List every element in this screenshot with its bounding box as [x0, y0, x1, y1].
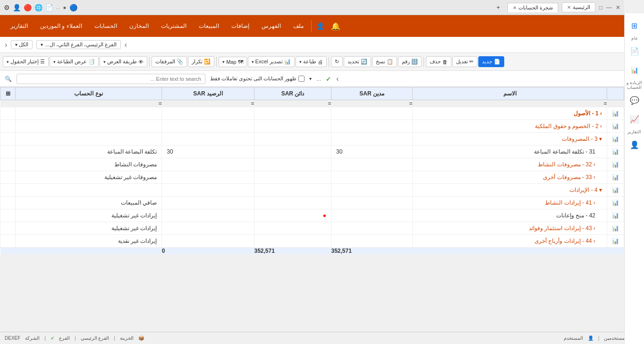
toolbar-repeat-btn[interactable]: 🔁 تكرار — [188, 56, 214, 67]
tab-accounts-close[interactable]: ✕ — [513, 5, 517, 10]
browser-tab-home[interactable]: الرئيسية ✕ — [562, 2, 595, 12]
expand-icon-2[interactable]: › — [600, 123, 602, 129]
search-save-icon[interactable]: ✓ — [326, 75, 331, 83]
table-row[interactable]: 📊 › 1 - الأصول — [0, 107, 624, 120]
toolbar-viewmethod-btn[interactable]: 👁 طريقة العرض ▾ — [100, 56, 147, 67]
toolbar-printview-btn[interactable]: 📑 عرض الطباعة ▾ — [50, 56, 99, 67]
table-row[interactable]: 📊 31 - تكلفة البضاعة المباعة 30 30 تكلفة… — [0, 146, 624, 158]
browser-doc-icon[interactable]: 📄 — [45, 4, 53, 11]
toolbar-copy-btn[interactable]: 📋 نسخ — [372, 56, 397, 67]
search-dropdown-icon[interactable]: ▾ — [309, 76, 312, 81]
nav-profile[interactable]: ملف — [288, 20, 308, 32]
table-row[interactable]: 📊 › 44 - إيرادات وأرباح أخرى إيرادات غير… — [0, 235, 624, 248]
expand-icon-10[interactable]: › — [593, 225, 595, 232]
row-name-6[interactable]: › 33 - مصروفات أخرى — [413, 171, 607, 184]
toolbar-print-btn[interactable]: 🖨 طباعة ▾ — [296, 56, 327, 67]
show-transacted-checkbox[interactable] — [298, 76, 305, 82]
expand-icon-5[interactable]: › — [593, 161, 595, 168]
row-name-4[interactable]: 31 - تكلفة البضاعة المباعة — [413, 146, 607, 158]
row-name-5[interactable]: › 32 - مصروفات النشاط — [413, 158, 607, 171]
expand-icon-6[interactable]: › — [593, 174, 595, 181]
toolbar-update-btn[interactable]: 🔄 تحديد — [344, 56, 371, 67]
sidebar-icon-user[interactable]: 👤 — [626, 136, 643, 153]
browser-search-icon[interactable]: 🔵 — [69, 4, 77, 11]
expand-icon-8[interactable]: › — [593, 199, 595, 206]
col-type-header[interactable]: نوع الحساب — [16, 87, 162, 100]
toolbar-excel-btn[interactable]: 📊 تصدير Excel ▾ — [248, 56, 295, 67]
browser-translate-icon[interactable]: 🔴 — [24, 4, 32, 11]
table-row[interactable]: 📊 › 43 - إيرادات استثمار وفوائد إيرادات … — [0, 222, 624, 235]
nav-warehouses[interactable]: المخازن — [125, 20, 153, 32]
filter-icon[interactable]: ⊞ — [6, 90, 10, 97]
browser-maximize-icon[interactable]: □ — [599, 4, 602, 11]
nav-purchases[interactable]: المشتريات — [156, 20, 191, 32]
nav-additions[interactable]: إضافات — [227, 20, 254, 32]
nav-user-icon[interactable]: 👤 — [316, 22, 324, 30]
nav-sales[interactable]: المبيعات — [194, 20, 224, 32]
filter-balance-cell[interactable]: = — [162, 100, 254, 107]
col-credit-header[interactable]: دائن SAR — [254, 87, 331, 100]
search-icon[interactable]: 🔍 — [5, 76, 12, 82]
expand-icon-3[interactable]: ▾ — [599, 136, 602, 142]
table-row[interactable]: 📊 42 - منح وإعانات ● إيرادات غير تشغيلية — [0, 209, 624, 222]
branch-selector[interactable]: الفرع الرئيسي، الفرع الثاني، ال... ▾ — [36, 40, 120, 49]
toolbar-edit-btn[interactable]: ✏ تعديل — [452, 56, 477, 67]
row-name-1[interactable]: › 1 - الأصول — [413, 107, 607, 120]
expand-icon-11[interactable]: › — [593, 238, 595, 244]
expand-icon-1[interactable]: › — [600, 110, 602, 117]
col-debit-header[interactable]: مدين SAR — [331, 87, 412, 100]
browser-tab-accounts[interactable]: شجرة الحسابات ✕ — [508, 3, 558, 12]
table-row[interactable]: 📊 › 32 - مصروفات النشاط مصروفات النشاط — [0, 158, 624, 171]
tab-home-close[interactable]: ✕ — [567, 5, 571, 10]
browser-minimize-icon[interactable]: — — [606, 4, 612, 11]
filter-credit-cell[interactable]: = — [254, 100, 331, 107]
filter-type-cell[interactable]: = — [16, 100, 162, 107]
col-name-header[interactable]: الاسم — [413, 87, 607, 100]
tab-new-button[interactable]: + — [493, 3, 504, 12]
table-row[interactable]: 📊 ▾ 4 - الإيرادات — [0, 184, 624, 197]
row-name-8[interactable]: › 41 - إيرادات النشاط — [413, 197, 607, 209]
filter-debit-cell[interactable]: = — [331, 100, 412, 107]
sidebar-icon-reports[interactable]: 📈 — [626, 111, 643, 128]
sidebar-icon-doc[interactable]: 📄 — [626, 43, 643, 60]
expand-icon-7[interactable]: ▾ — [599, 187, 602, 193]
table-row[interactable]: 📊 › 2 - الخصوم و حقوق الملكية — [0, 120, 624, 133]
table-row[interactable]: 📊 › 41 - إيرادات النشاط صافي المبيعات — [0, 197, 624, 209]
browser-lang-icon[interactable]: 🌐 — [34, 4, 42, 11]
col-balance-header[interactable]: الرصيد SAR — [162, 87, 254, 100]
browser-back-icon[interactable]: ✕ — [616, 4, 620, 11]
sidebar-icon-whatsapp[interactable]: 💬 — [626, 92, 643, 109]
toolbar-ref-btn[interactable]: 🔢 رقم — [398, 56, 422, 67]
toolbar-attachments-btn[interactable]: 📎 المرفقات — [152, 56, 187, 67]
toolbar-delete-btn[interactable]: 🗑 حذف — [426, 56, 451, 67]
sidebar-icon-accounts[interactable]: 📊 — [626, 61, 643, 78]
table-row[interactable]: 📊 › 33 - مصروفات أخرى مصروفات غير تشغيلي… — [0, 171, 624, 184]
row-name-9[interactable]: 42 - منح وإعانات — [413, 209, 607, 222]
branch-arrow-left[interactable]: › — [125, 41, 127, 49]
toolbar-map-btn[interactable]: 🗺 Map ▾ — [219, 57, 246, 67]
nav-menu[interactable]: الفهرس — [257, 20, 286, 32]
search-input[interactable] — [17, 74, 205, 84]
branch-all-selector[interactable]: الكل ▾ — [11, 40, 33, 49]
toolbar-new-btn[interactable]: 📄 جديد — [478, 56, 504, 67]
nav-bell-icon[interactable]: 🔔 — [331, 22, 340, 31]
toolbar-fieldchoice-btn[interactable]: ☰ إختيار الحقول ▾ — [3, 56, 49, 67]
col-filter-header[interactable]: ⊞ — [0, 87, 16, 100]
nav-accounts[interactable]: الحسابات — [90, 20, 122, 32]
row-name-10[interactable]: › 43 - إيرادات استثمار وفوائد — [413, 222, 607, 235]
row-name-3[interactable]: ▾ 3 - المصروفات — [413, 133, 607, 146]
search-dots-icon[interactable]: ... — [316, 76, 321, 82]
filter-name-cell[interactable]: = — [413, 100, 607, 107]
browser-user-icon[interactable]: 👤 — [13, 4, 21, 11]
nav-customers[interactable]: العملاء و الموردين — [35, 20, 87, 32]
row-name-2[interactable]: › 2 - الخصوم و حقوق الملكية — [413, 120, 607, 133]
toolbar-refresh-btn[interactable]: ↻ — [331, 56, 343, 67]
row-name-7[interactable]: ▾ 4 - الإيرادات — [413, 184, 607, 197]
row-name-11[interactable]: › 44 - إيرادات وأرباح أخرى — [413, 235, 607, 248]
table-row[interactable]: 📊 ▾ 3 - المصروفات — [0, 133, 624, 146]
nav-reports[interactable]: التقارير — [6, 20, 33, 32]
search-left-arrow[interactable]: › — [336, 75, 339, 83]
browser-settings-icon[interactable]: ⚙ — [4, 4, 10, 11]
sidebar-icon-grid[interactable]: ⊞ — [626, 17, 643, 34]
branch-arrow-right[interactable]: ‹ — [5, 41, 7, 49]
